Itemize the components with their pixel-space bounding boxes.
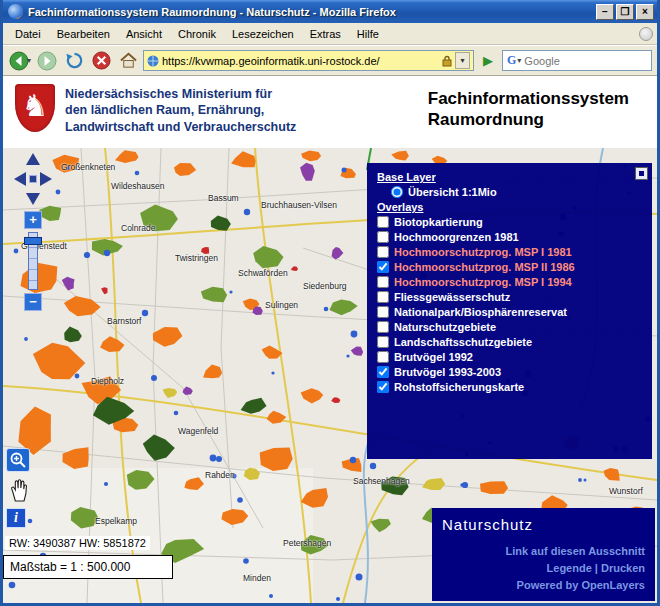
overlay-checkbox[interactable] [377,291,389,303]
lower-saxony-coat-of-arms: ♞ [15,84,55,132]
overlay-checkbox[interactable] [377,261,389,273]
pan-north-button[interactable] [26,153,40,165]
site-favicon [147,55,159,67]
throbber-icon [639,27,653,41]
overlay-label: Hochmoorgrenzen 1981 [394,231,519,243]
pan-center-button[interactable] [29,175,37,183]
menu-item[interactable]: Bearbeiten [49,25,118,43]
stop-button[interactable] [89,49,113,73]
overlay-checkbox[interactable] [377,336,389,348]
overlay-list: Biotopkartierung Hochmoorgrenzen 1981 Ho… [377,216,646,393]
layer-switcher-panel: Base Layer Übersicht 1:1Mio Overlays Bio… [367,163,652,459]
overlay-row: Naturschutzgebiete [377,321,646,333]
search-box: G ▾ [502,50,652,71]
overlay-checkbox[interactable] [377,276,389,288]
base-layer-list: Übersicht 1:1Mio [391,186,646,198]
page-header: ♞ Niedersächsisches Ministerium für den … [3,76,657,148]
overlay-label: Naturschutzgebiete [394,321,496,333]
pan-cross [13,153,53,205]
overlay-label: Hochmoorschutzprog. MSP I 1994 [394,276,572,288]
coordinates-readout: RW: 3490387 HW: 5851872 [5,536,150,550]
close-button[interactable]: × [636,4,654,20]
overlay-row: Hochmoorschutzprog. MSP I 1994 [377,276,646,288]
scale-readout: Maßstab = 1 : 500.000 [3,555,173,579]
reload-icon [65,51,84,70]
panel-minimize-button[interactable] [635,167,648,180]
overlay-row: Brutvögel 1993-2003 [377,366,646,378]
overlay-row: Biotopkartierung [377,216,646,228]
menu-item[interactable]: Hilfe [349,25,387,43]
overlay-label: Brutvögel 1993-2003 [394,366,501,378]
overlay-label: Brutvögel 1992 [394,351,473,363]
menu-item[interactable]: Extras [302,25,349,43]
menu-item[interactable]: Ansicht [118,25,170,43]
minimize-button[interactable]: − [596,4,614,20]
map-viewport[interactable]: GroßenknetenWildeshausenBassumBruchhause… [3,148,657,603]
search-engine-dropdown-icon[interactable]: ▾ [517,56,521,65]
pan-south-button[interactable] [26,193,40,205]
url-dropdown-button[interactable]: ▾ [455,52,470,69]
forward-button[interactable] [35,49,59,73]
padlock-icon [442,55,452,67]
overlay-label: Fliessgewässerschutz [394,291,510,303]
overlay-row: Hochmoorgrenzen 1981 [377,231,646,243]
overlay-checkbox[interactable] [377,306,389,318]
hand-icon [8,478,30,502]
overlay-row: Nationalpark/Biosphärenreservat [377,306,646,318]
home-button[interactable] [116,49,140,73]
maximize-button[interactable]: ❐ [616,4,634,20]
naturschutz-panel: Naturschutz Link auf diesen AusschnittLe… [432,508,655,601]
naturschutz-link[interactable]: Powered by OpenLayers [505,577,645,594]
panzoom-control: + − [13,153,53,311]
overlay-checkbox[interactable] [377,231,389,243]
horse-icon: ♞ [22,91,49,121]
base-layer-heading: Base Layer [377,171,646,183]
base-layer-label: Übersicht 1:1Mio [408,186,497,198]
menu-item[interactable]: Lesezeichen [224,25,302,43]
zoom-in-button[interactable]: + [24,211,42,229]
firefox-icon [8,4,23,19]
naturschutz-link[interactable]: Legende | Drucken [505,560,645,577]
zoom-out-button[interactable]: − [24,293,42,311]
overlay-checkbox[interactable] [377,366,389,378]
pan-east-button[interactable] [40,172,52,186]
pan-hand-tool-button[interactable] [6,477,32,503]
overlay-label: Hochmoorschutzprog. MSP II 1986 [394,261,575,273]
pan-west-button[interactable] [14,172,26,186]
overlay-label: Rohstoffsicherungskarte [394,381,524,393]
reload-button[interactable] [62,49,86,73]
overlay-checkbox[interactable] [377,381,389,393]
url-input[interactable] [162,55,439,67]
naturschutz-link[interactable]: Link auf diesen Ausschnitt [505,543,645,560]
info-tool-button[interactable]: i [6,508,26,528]
ministry-line: den ländlichen Raum, Ernährung, [65,102,296,118]
overlays-heading: Overlays [377,201,646,213]
menu-items: DateiBearbeitenAnsichtChronikLesezeichen… [7,25,639,43]
zoom-box-tool-button[interactable] [6,448,30,472]
titlebar: Fachinformationssystem Raumordnung - Nat… [3,0,657,23]
menu-item[interactable]: Chronik [170,25,224,43]
overlay-label: Landschaftsschutzgebiete [394,336,532,348]
base-layer-radio[interactable] [391,186,403,198]
zoom-slider-track[interactable] [28,232,38,290]
overlay-checkbox[interactable] [377,321,389,333]
zoom-tick [29,280,37,281]
go-button[interactable]: ▶ [477,50,499,72]
overlay-label: Hochmoorschutzprog. MSP I 1981 [394,246,572,258]
url-bar: ▾ [143,50,474,71]
overlay-checkbox[interactable] [377,246,389,258]
overlay-row: Fliessgewässerschutz [377,291,646,303]
search-input[interactable] [524,55,647,67]
overlay-checkbox[interactable] [377,351,389,363]
overlay-checkbox[interactable] [377,216,389,228]
back-dropdown-icon[interactable]: ▾ [27,56,31,65]
zoom-slider-handle[interactable] [24,237,42,245]
back-button[interactable]: ▾ [8,49,32,73]
back-arrow-icon [9,51,29,71]
page-title: Fachinformationssystem Raumordnung [428,84,629,148]
browser-window: Fachinformationssystem Raumordnung - Nat… [0,0,660,606]
magnifier-icon [9,451,27,469]
naturschutz-title: Naturschutz [442,516,645,533]
menu-item[interactable]: Datei [7,25,49,43]
zoom-tick [29,269,37,270]
